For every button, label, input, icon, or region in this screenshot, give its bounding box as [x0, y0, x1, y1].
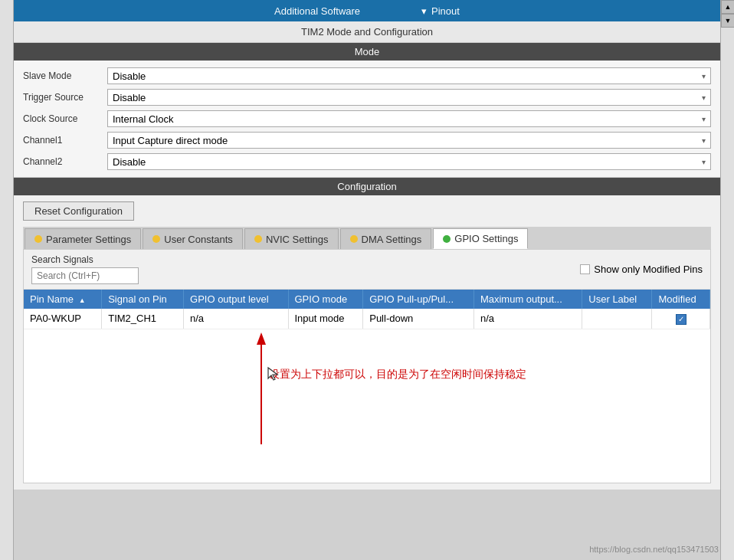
tab-user-constants[interactable]: User Constants — [143, 228, 243, 249]
channel2-arrow-icon: ▾ — [702, 158, 706, 166]
scroll-up-btn[interactable]: ▲ — [721, 0, 734, 14]
tab-label-dma: DMA Settings — [362, 234, 422, 245]
tab-dot-dma — [350, 235, 358, 243]
slave-mode-label: Slave Mode — [23, 70, 107, 81]
tab-label-nvic: NVIC Settings — [266, 234, 329, 245]
search-signals-label: Search Signals — [31, 254, 139, 265]
cell-user-label — [582, 309, 652, 329]
tab-label-user-constants: User Constants — [164, 234, 233, 245]
tab-label-gpio: GPIO Settings — [454, 233, 518, 244]
col-gpio-mode[interactable]: GPIO mode — [288, 290, 363, 309]
channel1-row: Channel1 Input Capture direct mode ▾ — [23, 129, 711, 151]
col-gpio-output-level[interactable]: GPIO output level — [184, 290, 288, 309]
trigger-source-row: Trigger Source Disable ▾ — [23, 87, 711, 108]
additional-software-label: Additional Software — [274, 5, 360, 17]
watermark: https://blog.csdn.net/qq153471503 — [589, 545, 719, 554]
clock-source-row: Clock Source Internal Clock ▾ — [23, 108, 711, 129]
trigger-source-arrow-icon: ▾ — [702, 93, 706, 102]
annotation-arrow-icon — [254, 329, 269, 467]
col-gpio-pullup[interactable]: GPIO Pull-up/Pul... — [363, 290, 474, 309]
trigger-source-select[interactable]: Disable ▾ — [107, 89, 711, 106]
clock-source-label: Clock Source — [23, 113, 107, 124]
config-area: Reset Configuration Parameter Settings U… — [14, 195, 720, 490]
right-scrollbar[interactable]: ▲ ▼ — [720, 0, 734, 560]
pinout-label: Pinout — [431, 5, 460, 17]
cell-gpio-pullup: Pull-down — [363, 309, 474, 329]
tab-dot-gpio — [443, 235, 451, 243]
show-modified-group: Show only Modified Pins — [580, 264, 703, 275]
tab-dot-user-constants — [152, 235, 160, 243]
slave-mode-value: Disable — [113, 70, 146, 82]
search-input[interactable] — [31, 267, 139, 284]
left-sidebar — [0, 0, 14, 560]
tab-dot-nvic — [254, 235, 262, 243]
pinout-btn[interactable]: ▾ Pinout — [421, 5, 460, 17]
search-signals-group: Search Signals — [31, 254, 139, 284]
trigger-source-label: Trigger Source — [23, 92, 107, 103]
search-row: Search Signals Show only Modified Pins — [24, 250, 710, 290]
tab-gpio-settings[interactable]: GPIO Settings — [433, 228, 528, 249]
annotation-area: 设置为上下拉都可以，目的是为了在空闲时间保持稳定 — [24, 329, 710, 483]
col-modified[interactable]: Modified — [652, 290, 710, 309]
cell-modified: ✓ — [652, 309, 710, 329]
channel2-label: Channel2 — [23, 156, 107, 167]
sort-arrow-pin: ▲ — [79, 296, 86, 304]
col-signal-on-pin[interactable]: Signal on Pin — [102, 290, 184, 309]
cell-pin-name: PA0-WKUP — [24, 309, 102, 329]
clock-source-value: Internal Clock — [113, 113, 173, 125]
mode-section-header: Mode — [14, 43, 720, 61]
trigger-source-value: Disable — [113, 92, 146, 103]
reset-config-button[interactable]: Reset Configuration — [23, 201, 134, 221]
channel1-value: Input Capture direct mode — [113, 135, 228, 146]
slave-mode-select[interactable]: Disable ▾ — [107, 67, 711, 84]
col-pin-name[interactable]: Pin Name ▲ — [24, 290, 102, 309]
col-user-label[interactable]: User Label — [582, 290, 652, 309]
config-section-header: Configuration — [14, 178, 720, 195]
config-tabs-bar: Parameter Settings User Constants NVIC S… — [23, 227, 711, 249]
pinout-arrow-icon: ▾ — [421, 5, 427, 17]
clock-source-arrow-icon: ▾ — [702, 115, 706, 123]
tab-dma-settings[interactable]: DMA Settings — [340, 228, 432, 249]
cell-max-output: n/a — [473, 309, 582, 329]
channel1-label: Channel1 — [23, 135, 107, 146]
tab-label-parameter: Parameter Settings — [46, 234, 131, 245]
channel2-select[interactable]: Disable ▾ — [107, 153, 711, 170]
cell-signal-on-pin: TIM2_CH1 — [102, 309, 184, 329]
clock-source-select[interactable]: Internal Clock ▾ — [107, 110, 711, 127]
scroll-down-btn[interactable]: ▼ — [721, 14, 734, 28]
window-title: TIM2 Mode and Configuration — [14, 21, 720, 43]
table-row: PA0-WKUP TIM2_CH1 n/a Input mode Pull-do… — [24, 309, 710, 329]
additional-software-btn[interactable]: Additional Software — [274, 5, 360, 17]
channel2-row: Channel2 Disable ▾ — [23, 151, 711, 172]
cell-gpio-output-level: n/a — [184, 309, 288, 329]
modified-checkbox-checked: ✓ — [676, 314, 686, 325]
show-modified-checkbox[interactable] — [580, 264, 590, 274]
gpio-table-panel: Search Signals Show only Modified Pins P… — [23, 249, 711, 483]
annotation-text: 设置为上下拉都可以，目的是为了在空闲时间保持稳定 — [269, 368, 526, 382]
slave-mode-row: Slave Mode Disable ▾ — [23, 65, 711, 87]
slave-mode-arrow-icon: ▾ — [702, 72, 706, 80]
channel2-value: Disable — [113, 156, 146, 168]
tab-dot-parameter — [34, 235, 42, 243]
channel1-arrow-icon: ▾ — [702, 136, 706, 145]
tab-nvic-settings[interactable]: NVIC Settings — [244, 228, 339, 249]
top-bar: Additional Software ▾ Pinout — [14, 0, 720, 21]
tab-parameter-settings[interactable]: Parameter Settings — [25, 228, 141, 249]
cell-gpio-mode: Input mode — [288, 309, 363, 329]
col-max-output[interactable]: Maximum output... — [473, 290, 582, 309]
channel1-select[interactable]: Input Capture direct mode ▾ — [107, 132, 711, 149]
show-modified-label: Show only Modified Pins — [594, 264, 703, 275]
mode-form: Slave Mode Disable ▾ Trigger Source Disa… — [14, 61, 720, 178]
table-header-row: Pin Name ▲ Signal on Pin GPIO output lev… — [24, 290, 710, 309]
gpio-data-table: Pin Name ▲ Signal on Pin GPIO output lev… — [24, 290, 710, 329]
